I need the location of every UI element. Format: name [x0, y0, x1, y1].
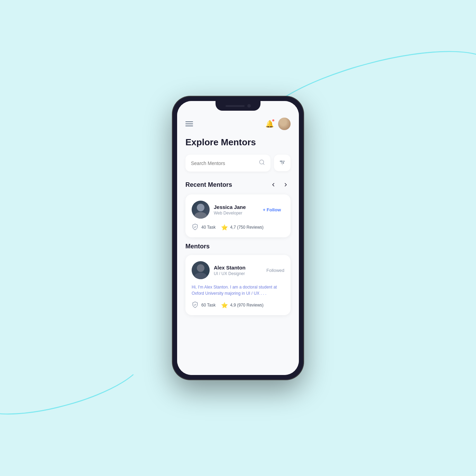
mentor-stats-jessica: 40 Task ⭐ 4,7 (750 Reviews) — [192, 223, 284, 231]
search-icon — [259, 159, 265, 167]
notch-speaker — [226, 105, 245, 107]
mentor-name-alex: Alex Stanton — [214, 265, 266, 271]
svg-point-9 — [197, 264, 204, 272]
svg-line-1 — [263, 163, 264, 164]
jessica-avatar-image — [192, 201, 210, 219]
task-stat-alex: 60 Task — [192, 301, 216, 309]
mentor-stats-alex: 60 Task ⭐ 4,9 (970 Reviews) — [192, 301, 284, 309]
next-arrow[interactable] — [281, 180, 291, 190]
shield-icon-jessica — [192, 223, 199, 231]
followed-button-alex[interactable]: Followed — [266, 268, 284, 273]
task-count-jessica: 40 Task — [201, 225, 216, 230]
recent-mentors-header: Recent Mentors — [185, 180, 291, 190]
search-input[interactable] — [191, 161, 255, 166]
recent-mentors-title: Recent Mentors — [185, 181, 232, 189]
follow-button-jessica[interactable]: + Follow — [259, 205, 284, 214]
prev-arrow[interactable] — [268, 180, 278, 190]
svg-point-8 — [194, 212, 207, 219]
filter-button[interactable] — [274, 155, 291, 171]
hamburger-line-2 — [185, 123, 193, 124]
user-avatar-image — [278, 118, 291, 130]
user-avatar-nav[interactable] — [278, 118, 291, 130]
mentor-avatar-jessica — [192, 201, 210, 219]
mentor-bio-alex: Hi, I'm Alex Stanton. I am a doctoral st… — [192, 284, 284, 296]
search-bar[interactable] — [185, 155, 271, 172]
mentor-avatar-alex — [192, 261, 210, 279]
rating-stat-jessica: ⭐ 4,7 (750 Reviews) — [221, 224, 264, 231]
star-icon-jessica: ⭐ — [221, 224, 228, 231]
notch-camera — [247, 104, 251, 108]
top-nav: 🔔 — [185, 118, 291, 130]
mentor-role-jessica: Web Developer — [214, 211, 259, 216]
star-icon-alex: ⭐ — [221, 302, 228, 309]
notification-bell[interactable]: 🔔 — [265, 120, 274, 128]
bg-decoration-2 — [0, 333, 149, 428]
mentor-info-jessica: Jessica Jane Web Developer — [214, 204, 259, 216]
task-stat-jessica: 40 Task — [192, 223, 216, 231]
search-section — [185, 155, 291, 172]
shield-icon-alex — [192, 301, 199, 309]
phone-screen: 🔔 Explore Mentors — [177, 101, 299, 375]
hamburger-menu[interactable] — [185, 121, 193, 126]
svg-point-7 — [197, 204, 204, 211]
hamburger-line-3 — [185, 126, 193, 126]
recent-mentors-nav — [268, 180, 291, 190]
mentor-card-header-alex: Alex Stanton UI / UX Designer Followed — [192, 261, 284, 279]
rating-jessica: 4,7 (750 Reviews) — [230, 225, 264, 230]
phone-notch — [216, 101, 260, 111]
mentor-info-alex: Alex Stanton UI / UX Designer — [214, 265, 266, 276]
recent-mentor-card-jessica[interactable]: Jessica Jane Web Developer + Follow — [185, 194, 291, 237]
svg-point-10 — [194, 273, 207, 279]
alex-avatar-image — [192, 261, 210, 279]
notification-dot — [272, 119, 275, 122]
svg-point-6 — [283, 162, 284, 163]
hamburger-line-1 — [185, 121, 193, 122]
app-content: 🔔 Explore Mentors — [177, 101, 299, 375]
svg-point-5 — [281, 161, 282, 162]
mentors-title: Mentors — [185, 243, 210, 250]
phone-wrapper: 🔔 Explore Mentors — [172, 96, 304, 380]
nav-right: 🔔 — [265, 118, 291, 130]
rating-alex: 4,9 (970 Reviews) — [230, 303, 264, 308]
page-title: Explore Mentors — [185, 137, 291, 148]
mentors-header: Mentors — [185, 243, 291, 250]
task-count-alex: 60 Task — [201, 303, 216, 308]
mentor-name-jessica: Jessica Jane — [214, 204, 259, 210]
rating-stat-alex: ⭐ 4,9 (970 Reviews) — [221, 302, 264, 309]
mentor-role-alex: UI / UX Designer — [214, 271, 266, 276]
phone-frame: 🔔 Explore Mentors — [172, 96, 304, 380]
mentor-card-header-jessica: Jessica Jane Web Developer + Follow — [192, 201, 284, 219]
mentor-card-alex[interactable]: Alex Stanton UI / UX Designer Followed H… — [185, 255, 291, 315]
